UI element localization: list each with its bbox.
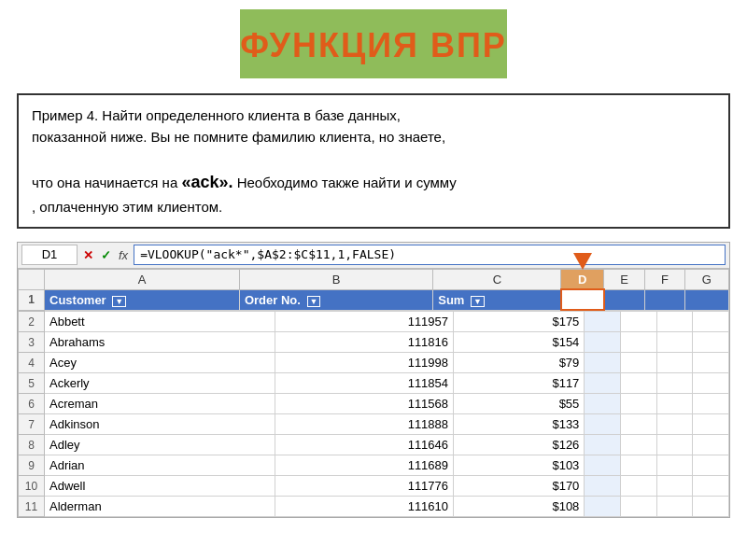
table-row: 3Abrahams111816$154 (19, 332, 729, 353)
formula-input[interactable]: =VLOOKUP("ack*",$A$2:$C$11,1,FALSE) (134, 245, 726, 265)
cell-f-4 (656, 353, 693, 373)
filter-btn-a[interactable]: ▼ (112, 296, 126, 307)
table-row: 5Ackerly111854$117 (19, 373, 729, 394)
cell-a-5: Ackerly (45, 373, 275, 394)
cell-g-7 (693, 414, 729, 435)
confirm-icon[interactable]: ✓ (99, 248, 113, 262)
row-num-8: 8 (19, 435, 45, 455)
col-header-e: E (604, 269, 645, 289)
filter-btn-b[interactable]: ▼ (307, 296, 321, 307)
cell-c-11: $108 (454, 497, 585, 517)
cell-g1 (684, 289, 728, 310)
table-row: 8Adley111646$126 (19, 435, 729, 455)
row-num-11: 11 (19, 497, 45, 517)
data-header-row: 1 Customer ▼ Order No. ▼ Sum ▼ (19, 289, 729, 310)
cell-f-8 (656, 435, 693, 455)
cell-d-9 (585, 455, 621, 476)
row-num-5: 5 (19, 373, 45, 394)
table-row: 7Adkinson111888$133 (19, 414, 729, 435)
cell-e-8 (621, 435, 657, 455)
cancel-icon[interactable]: ✕ (81, 248, 95, 262)
cell-a-6: Acreman (45, 394, 275, 414)
cell-c-9: $103 (454, 455, 585, 476)
cell-g-2 (693, 312, 729, 332)
cell-a-7: Adkinson (45, 414, 275, 435)
cell-c-3: $154 (454, 332, 585, 353)
cell-f-6 (656, 394, 693, 414)
cell-e-2 (621, 312, 657, 332)
cell-e-7 (621, 414, 657, 435)
row-num-6: 6 (19, 394, 45, 414)
col-header-b: B (239, 269, 432, 289)
desc-line2: показанной ниже. Вы не помните фамилию к… (32, 129, 445, 145)
cell-g-4 (693, 353, 729, 373)
header-customer: Customer ▼ (45, 289, 240, 310)
cell-f-5 (656, 373, 693, 394)
cell-a-11: Alderman (45, 497, 275, 517)
cell-g-8 (693, 435, 729, 455)
cell-f-2 (656, 312, 693, 332)
cell-g-10 (693, 476, 729, 497)
desc-line3: что она начинается на (32, 175, 177, 190)
cell-d-10 (585, 476, 621, 497)
row-num-1: 1 (19, 289, 45, 310)
cell-d1[interactable] (561, 289, 604, 310)
cell-a-9: Adrian (45, 455, 275, 476)
description-box: Пример 4. Найти определенного клиента в … (17, 93, 730, 229)
cell-a-4: Acey (45, 353, 275, 373)
cell-e-5 (621, 373, 657, 394)
col-header-a: A (45, 269, 240, 289)
cell-g-3 (693, 332, 729, 353)
cell-f-7 (656, 414, 693, 435)
cell-b-10: 111776 (275, 476, 453, 497)
cell-c-2: $175 (454, 312, 585, 332)
cell-b-8: 111646 (275, 435, 453, 455)
cell-e-11 (621, 497, 657, 517)
orange-arrow (573, 253, 592, 270)
cell-d-4 (585, 353, 621, 373)
cell-e1 (604, 289, 645, 310)
row-num-7: 7 (19, 414, 45, 435)
row-num-3: 3 (19, 332, 45, 353)
cell-f-3 (656, 332, 693, 353)
cell-d-8 (585, 435, 621, 455)
fx-icon[interactable]: fx (117, 248, 130, 262)
cell-d-5 (585, 373, 621, 394)
table-row: 11Alderman111610$108 (19, 497, 729, 517)
cell-g-11 (693, 497, 729, 517)
cell-d-7 (585, 414, 621, 435)
table-row: 10Adwell111776$170 (19, 476, 729, 497)
cell-a-10: Adwell (45, 476, 275, 497)
cell-a-2: Abbett (45, 312, 275, 332)
cell-b-2: 111957 (275, 312, 453, 332)
cell-d-3 (585, 332, 621, 353)
cell-b-5: 111854 (275, 373, 453, 394)
cell-e-4 (621, 353, 657, 373)
table-row: 2Abbett111957$175 (19, 312, 729, 332)
header-sum: Sum ▼ (433, 289, 561, 310)
formula-bar: D1 ✕ ✓ fx =VLOOKUP("ack*",$A$2:$C$11,1,F… (18, 243, 729, 269)
cell-b-3: 111816 (275, 332, 453, 353)
cell-c-6: $55 (454, 394, 585, 414)
desc-highlight: «ack». (181, 173, 233, 191)
row-num-4: 4 (19, 353, 45, 373)
cell-d-11 (585, 497, 621, 517)
cell-c-4: $79 (454, 353, 585, 373)
grid-table: A B C D E F G 1 Customer (18, 269, 729, 312)
col-header-f: F (645, 269, 684, 289)
row-num-9: 9 (19, 455, 45, 476)
col-header-c: C (433, 269, 561, 289)
cell-f-9 (656, 455, 693, 476)
table-row: 4Acey111998$79 (19, 353, 729, 373)
cell-e-9 (621, 455, 657, 476)
data-rows-table: 2Abbett111957$1753Abrahams111816$1544Ace… (18, 311, 729, 517)
cell-f-10 (656, 476, 693, 497)
cell-reference-box[interactable]: D1 (21, 245, 78, 265)
cell-b-6: 111568 (275, 394, 453, 414)
cell-g-6 (693, 394, 729, 414)
filter-btn-c[interactable]: ▼ (471, 296, 485, 307)
cell-e-10 (621, 476, 657, 497)
cell-b-4: 111998 (275, 353, 453, 373)
row-num-2: 2 (19, 312, 45, 332)
cell-d-6 (585, 394, 621, 414)
